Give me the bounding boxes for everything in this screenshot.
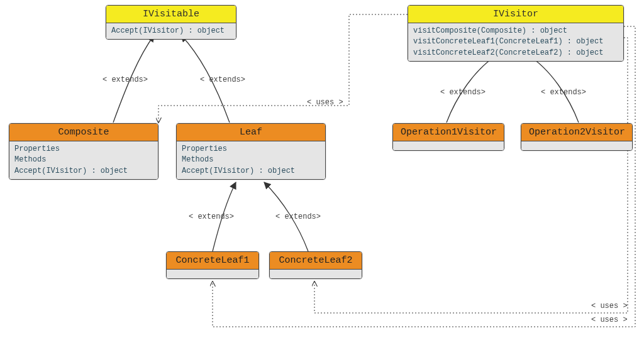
extends-label: < extends> [275,212,321,221]
class-title: Composite [9,124,158,141]
class-operation2visitor: Operation2Visitor [521,123,633,151]
uses-label: < uses > [591,315,628,324]
class-member: visitComposite(Composite) : object [413,26,618,36]
class-title: IVisitor [408,6,623,23]
class-members: Properties Methods Accept(IVisitor) : ob… [9,141,158,179]
class-member: visitConcreteLeaf2(ConcreteLeaf2) : obje… [413,48,618,58]
class-operation1visitor: Operation1Visitor [392,123,504,151]
class-members [167,270,258,278]
class-title: Operation1Visitor [393,124,504,141]
class-title: Leaf [177,124,325,141]
class-members [393,141,504,150]
class-member: Properties [182,144,320,155]
class-member: Properties [14,144,153,155]
class-members: Properties Methods Accept(IVisitor) : ob… [177,141,325,179]
class-member: Accept(IVisitor) : object [111,26,231,36]
extends-label: < extends> [103,75,148,84]
class-leaf: Leaf Properties Methods Accept(IVisitor)… [176,123,326,180]
class-member: Methods [182,155,320,165]
extends-label: < extends> [440,88,486,97]
extends-label: < extends> [200,75,245,84]
class-concreteleaf2: ConcreteLeaf2 [269,251,362,279]
class-members [521,141,632,150]
class-title: ConcreteLeaf2 [270,252,362,270]
class-ivisitor: IVisitor visitComposite(Composite) : obj… [408,5,624,62]
class-member: Accept(IVisitor) : object [14,166,153,177]
class-members: visitComposite(Composite) : object visit… [408,23,623,61]
extends-label: < extends> [189,212,234,221]
class-title: Operation2Visitor [521,124,632,141]
class-title: ConcreteLeaf1 [167,252,258,270]
class-composite: Composite Properties Methods Accept(IVis… [9,123,158,180]
class-members: Accept(IVisitor) : object [106,23,236,39]
class-title: IVisitable [106,6,236,23]
class-member: Methods [14,155,153,165]
extends-label: < extends> [541,88,586,97]
class-concreteleaf1: ConcreteLeaf1 [166,251,259,279]
uses-label: < uses > [307,98,343,107]
class-member: Accept(IVisitor) : object [182,166,320,177]
class-member: visitConcreteLeaf1(ConcreteLeaf1) : obje… [413,36,618,47]
class-ivisitable: IVisitable Accept(IVisitor) : object [106,5,236,40]
uses-label: < uses > [591,302,628,310]
class-members [270,270,362,278]
